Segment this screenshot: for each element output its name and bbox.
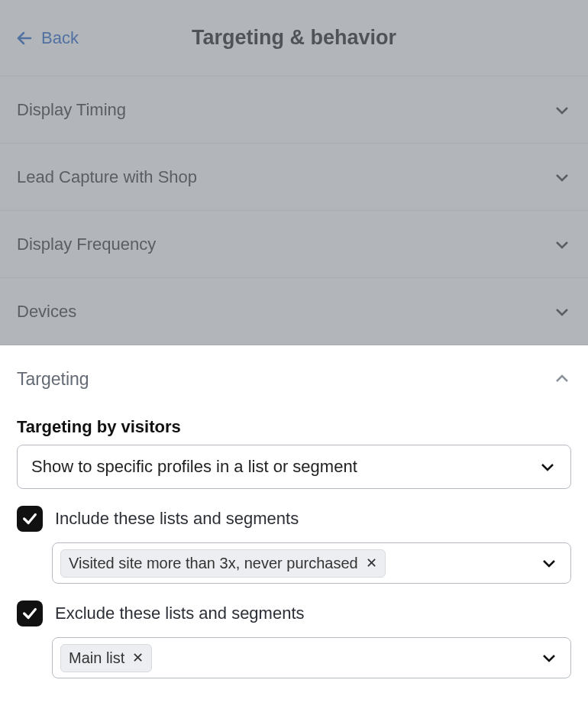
chevron-down-icon <box>553 235 571 254</box>
chevron-down-icon <box>538 458 557 476</box>
accordion-display-timing[interactable]: Display Timing <box>0 76 588 144</box>
select-value: Show to specific profiles in a list or s… <box>31 457 357 477</box>
back-button[interactable]: Back <box>15 28 79 48</box>
chevron-down-icon <box>553 303 571 321</box>
tag-label: Main list <box>69 649 124 667</box>
chevron-down-icon <box>553 101 571 119</box>
accordion-label: Display Frequency <box>17 235 156 254</box>
targeting-by-visitors-select[interactable]: Show to specific profiles in a list or s… <box>17 445 571 489</box>
include-lists-select[interactable]: Visited site more than 3x, never purchas… <box>52 542 571 584</box>
chevron-down-icon <box>540 554 558 572</box>
exclude-lists-select[interactable]: Main list ✕ <box>52 637 571 678</box>
accordion-label: Lead Capture with Shop <box>17 167 197 187</box>
section-targeting: Targeting Targeting by visitors Show to … <box>0 345 588 709</box>
include-label: Include these lists and segments <box>55 509 299 529</box>
header: Back Targeting & behavior <box>0 0 588 76</box>
accordion-label: Targeting <box>17 369 89 390</box>
page-title: Targeting & behavior <box>192 26 396 50</box>
accordion-targeting[interactable]: Targeting <box>17 345 571 413</box>
accordion-display-frequency[interactable]: Display Frequency <box>0 211 588 278</box>
tag-label: Visited site more than 3x, never purchas… <box>69 555 358 572</box>
chevron-down-icon <box>553 168 571 186</box>
exclude-label: Exclude these lists and segments <box>55 604 305 623</box>
exclude-checkbox[interactable] <box>17 601 43 626</box>
accordion-label: Devices <box>17 302 76 322</box>
include-checkbox[interactable] <box>17 506 43 532</box>
check-icon <box>21 605 38 622</box>
chevron-down-icon <box>540 649 558 667</box>
arrow-left-icon <box>15 29 34 47</box>
targeting-by-visitors-label: Targeting by visitors <box>17 417 571 437</box>
tag-include-item[interactable]: Visited site more than 3x, never purchas… <box>60 549 386 578</box>
tag-exclude-item[interactable]: Main list ✕ <box>60 644 152 672</box>
back-label: Back <box>41 28 79 48</box>
accordion-lead-capture[interactable]: Lead Capture with Shop <box>0 144 588 211</box>
close-icon[interactable]: ✕ <box>132 649 144 666</box>
check-icon <box>21 510 38 527</box>
chevron-up-icon <box>553 370 571 388</box>
accordion-label: Display Timing <box>17 100 126 120</box>
close-icon[interactable]: ✕ <box>366 555 377 571</box>
accordion-devices[interactable]: Devices <box>0 278 588 345</box>
